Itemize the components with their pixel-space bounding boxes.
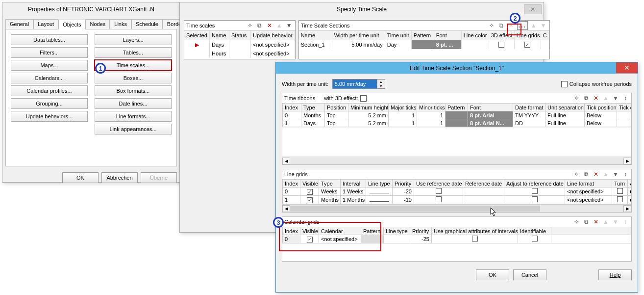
grid-row[interactable]: 0 ✓ Weeks 1 Weeks -20 <not specified> ■	[283, 188, 631, 196]
gc-index[interactable]: Index	[283, 180, 300, 188]
cgc-usegfx[interactable]: Use graphical attributes of intervals	[432, 227, 518, 235]
props-ok-button[interactable]: OK	[62, 172, 99, 183]
grid-row[interactable]: 1 ✓ Months 1 Months -10 <not specified> …	[283, 196, 631, 204]
gc-linetype[interactable]: Line type	[366, 180, 393, 188]
new-icon[interactable]: ✧	[572, 218, 580, 226]
gc-priority[interactable]: Priority	[393, 180, 414, 188]
col-time-unit[interactable]: Time unit	[385, 31, 412, 40]
tab-schedule[interactable]: Schedule	[131, 19, 163, 29]
calendar-profiles-button[interactable]: Calendar profiles...	[11, 85, 88, 96]
edit-help-button[interactable]: Help	[598, 269, 632, 280]
edit-ok-button[interactable]: OK	[476, 269, 509, 280]
new-icon[interactable]: ✧	[572, 170, 580, 178]
col-pattern[interactable]: Pattern	[412, 31, 434, 40]
col-section-name[interactable]: Name	[299, 31, 332, 40]
cell-3d[interactable]	[489, 40, 515, 49]
down-icon[interactable]: ▼	[612, 94, 619, 102]
col-minor[interactable]: Minor ticks	[417, 104, 446, 111]
gc-align[interactable]: Alignme	[628, 180, 631, 188]
reorder-icon[interactable]: ↕	[621, 94, 629, 102]
scroll-left-icon[interactable]: ◀	[282, 158, 290, 164]
scroll-right-icon[interactable]: ▶	[623, 158, 631, 164]
col-font[interactable]: Font	[434, 31, 462, 40]
col-tickpos[interactable]: Tick position	[585, 104, 617, 111]
box-formats-button[interactable]: Box formats...	[95, 85, 172, 96]
delete-icon[interactable]: ✕	[592, 170, 600, 178]
ribbon-row[interactable]: 1 Days Top 5.2 mm 1 1 8 pt. Arial N... D…	[283, 119, 631, 127]
tables-button[interactable]: Tables...	[95, 47, 172, 58]
spec-close-button[interactable]: ✕	[524, 4, 542, 14]
gc-visible[interactable]: Visible	[300, 180, 319, 188]
col-line-color[interactable]: Line color	[462, 31, 489, 40]
cgc-visible[interactable]: Visible	[300, 227, 319, 235]
edit-close-button[interactable]: ✕	[616, 62, 638, 73]
edit-cancel-button[interactable]: Cancel	[513, 269, 546, 280]
gc-useref[interactable]: Use reference date	[414, 180, 463, 188]
gc-refdate[interactable]: Reference date	[463, 180, 504, 188]
time-scale-row[interactable]: Hours <not specified>	[184, 49, 295, 58]
down-icon[interactable]: ▼	[612, 170, 619, 178]
col-3d[interactable]: 3D effect	[489, 31, 515, 40]
copy-icon[interactable]: ⧉	[582, 94, 590, 102]
filters-button[interactable]: Filters...	[11, 47, 88, 58]
section-row[interactable]: Section_1 5.00 mm/day Day 8 pt. ... ✓	[299, 40, 549, 49]
tab-general[interactable]: General	[5, 19, 33, 29]
col-selected[interactable]: Selected	[184, 31, 210, 40]
cgc-pattern[interactable]: Pattern	[361, 227, 384, 235]
with-3d-checkbox[interactable]: with 3D effect:	[324, 95, 367, 102]
gc-lfmt[interactable]: Line format	[565, 180, 612, 188]
col-index[interactable]: Index	[283, 104, 301, 111]
scroll-right-icon[interactable]: ▶	[623, 205, 631, 212]
down-icon[interactable]: ▼	[285, 22, 293, 29]
gc-type[interactable]: Type	[319, 180, 341, 188]
col-status[interactable]: Status	[229, 31, 251, 40]
date-lines-button[interactable]: Date lines...	[95, 98, 172, 109]
copy-icon[interactable]: ⧉	[582, 218, 590, 226]
line-formats-button[interactable]: Line formats...	[95, 111, 172, 122]
calendars-button[interactable]: Calendars...	[11, 73, 88, 83]
col-major[interactable]: Major ticks	[389, 104, 417, 111]
new-icon[interactable]: ✧	[572, 94, 580, 102]
col-type[interactable]: Type	[301, 104, 325, 111]
cgc-calendar[interactable]: Calendar	[319, 227, 361, 235]
tab-layout[interactable]: Layout	[33, 19, 58, 29]
col-position[interactable]: Position	[325, 104, 348, 111]
new-icon[interactable]: ✧	[488, 22, 495, 29]
props-cancel-button[interactable]: Abbrechen	[101, 172, 138, 183]
calgrid-row[interactable]: 0 ✓ <not specified> -25	[283, 235, 631, 243]
spin-up-icon[interactable]: ▲	[377, 80, 385, 84]
gc-interval[interactable]: Interval	[341, 180, 366, 188]
col-pattern[interactable]: Pattern	[446, 104, 468, 111]
grids-hscroll[interactable]: ◀ ▶	[282, 204, 631, 212]
col-c[interactable]: C	[541, 31, 549, 40]
col-line-grids[interactable]: Line grids	[515, 31, 541, 40]
reorder-icon[interactable]: ↕	[621, 170, 629, 178]
tab-links[interactable]: Links	[110, 19, 131, 29]
tab-nodes[interactable]: Nodes	[85, 19, 110, 29]
grouping-button[interactable]: Grouping...	[11, 98, 88, 109]
time-scale-row[interactable]: ▶ Days <not specified>	[184, 40, 295, 49]
col-font[interactable]: Font	[468, 104, 513, 111]
ribbon-row[interactable]: 0 Months Top 5.2 mm 1 1 8 pt. Arial TM Y…	[283, 111, 631, 119]
gc-turn[interactable]: Turn	[612, 180, 628, 188]
cgc-index[interactable]: Index	[283, 227, 300, 235]
cgc-linetype[interactable]: Line type	[384, 227, 410, 235]
edit-section-button[interactable]: ...	[517, 21, 528, 30]
col-name[interactable]: Name	[210, 31, 229, 40]
scroll-thumb[interactable]	[290, 206, 540, 212]
width-spinner[interactable]: ▲▼	[332, 79, 385, 89]
link-appearances-button[interactable]: Link appearances...	[95, 124, 172, 134]
delete-icon[interactable]: ✕	[266, 22, 273, 29]
col-width[interactable]: Width per time unit	[332, 31, 385, 40]
collapse-checkbox[interactable]: Collapse workfree periods	[561, 81, 632, 87]
layers-button[interactable]: Layers...	[95, 34, 172, 45]
width-input[interactable]	[333, 80, 377, 88]
maps-button[interactable]: Maps...	[11, 60, 88, 71]
delete-icon[interactable]: ✕	[592, 94, 600, 102]
scroll-left-icon[interactable]: ◀	[282, 205, 290, 212]
update-behaviors-button[interactable]: Update behaviors...	[11, 111, 88, 122]
col-minheight[interactable]: Minimum height	[348, 104, 389, 111]
delete-icon[interactable]: ✕	[592, 218, 600, 226]
tab-objects[interactable]: Objects	[58, 20, 85, 29]
copy-icon[interactable]: ⧉	[582, 170, 590, 178]
